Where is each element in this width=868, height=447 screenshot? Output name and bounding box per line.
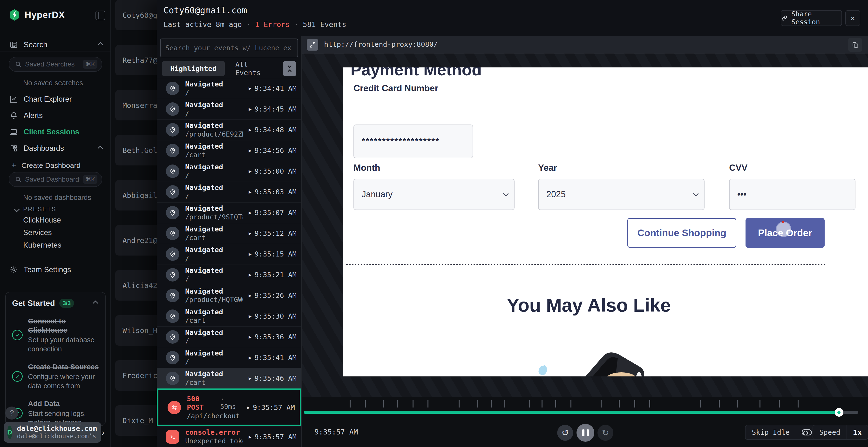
timeline-tick xyxy=(504,400,505,408)
play-marker-icon[interactable]: ▶ xyxy=(249,106,251,112)
expand-button[interactable] xyxy=(307,39,318,50)
event-row[interactable]: console.error Unexpected token 'I'… ▶ 9:… xyxy=(157,426,301,447)
event-count: 581 Events xyxy=(303,20,346,29)
saved-dashboards-input[interactable]: ⌘K xyxy=(9,172,102,187)
copy-url-button[interactable] xyxy=(848,38,862,52)
share-session-button[interactable]: Share Session xyxy=(781,10,842,26)
sidebar-item-team-settings[interactable]: Team Settings xyxy=(0,263,111,276)
rewind-button[interactable]: ↺ xyxy=(557,425,573,441)
play-marker-icon[interactable]: ▶ xyxy=(249,272,251,278)
chevron-up-icon[interactable] xyxy=(93,301,98,306)
event-row[interactable]: Navigated / ▶ 9:35:36 AM xyxy=(157,326,301,347)
preset-kubernetes[interactable]: Kubernetes xyxy=(23,241,61,249)
event-search-input[interactable] xyxy=(165,44,293,52)
event-row[interactable]: Navigated /product/9SIQT8TOJO ▶ 9:35:07 … xyxy=(157,202,301,223)
navigation-pin-icon xyxy=(166,165,179,178)
play-marker-icon[interactable]: ▶ xyxy=(249,355,251,360)
copy-icon xyxy=(851,41,859,49)
event-row[interactable]: Navigated / ▶ 9:35:00 AM xyxy=(157,161,301,182)
play-marker-icon[interactable]: ▶ xyxy=(247,405,250,410)
event-search-box[interactable] xyxy=(160,38,298,57)
rotate-left-icon: ↺ xyxy=(562,428,569,438)
event-row[interactable]: Navigated /cart ▶ 9:34:56 AM xyxy=(157,140,301,161)
timeline-tick xyxy=(428,400,429,408)
event-row[interactable]: Navigated / ▶ 9:35:21 AM xyxy=(157,264,301,285)
month-select[interactable]: January xyxy=(353,179,515,210)
timeline[interactable] xyxy=(316,398,854,411)
event-time: 9:35:03 AM xyxy=(254,188,297,196)
play-marker-icon[interactable]: ▶ xyxy=(249,375,251,381)
play-marker-icon[interactable]: ▶ xyxy=(249,85,251,91)
get-started-step[interactable]: Connect to ClickHouse Set up your databa… xyxy=(12,316,99,353)
event-time: 9:35:21 AM xyxy=(254,271,297,279)
event-row[interactable]: Navigated /product/HQTGWGPNH4 ▶ 9:35:26 … xyxy=(157,285,301,306)
create-dashboard-button[interactable]: + Create Dashboard xyxy=(11,161,81,170)
tab-all-events[interactable]: All Events xyxy=(225,61,283,77)
session-email: Abbigail xyxy=(123,191,157,200)
timeline-tick xyxy=(397,400,398,408)
event-path: /product/9SIQT8TOJO xyxy=(185,213,243,221)
help-button[interactable]: ? xyxy=(5,407,18,419)
event-row[interactable]: Navigated / ▶ 9:35:03 AM xyxy=(157,182,301,202)
sidebar-item-client-sessions[interactable]: Client Sessions xyxy=(0,125,111,139)
presets-label: PRESETS xyxy=(23,206,56,213)
tab-highlighted[interactable]: Highlighted xyxy=(162,61,225,76)
play-marker-icon[interactable]: ▶ xyxy=(249,334,251,340)
collapse-events-button[interactable] xyxy=(283,61,296,76)
cvv-input[interactable]: ••• xyxy=(729,179,856,210)
share-session-label: Share Session xyxy=(792,10,841,26)
chart-icon xyxy=(10,95,18,103)
event-row[interactable]: Navigated /cart ▶ 9:35:12 AM xyxy=(157,223,301,244)
play-marker-icon[interactable]: ▶ xyxy=(249,168,251,174)
events-panel: Highlighted All Events Navigated / ▶ 9:3… xyxy=(157,36,301,447)
event-row[interactable]: 500 POST · 59ms /api/checkout ▶ 9:35:57 … xyxy=(157,388,301,426)
event-row[interactable]: Navigated / ▶ 9:34:45 AM xyxy=(157,99,301,119)
event-row[interactable]: Navigated / ▶ 9:35:15 AM xyxy=(157,244,301,265)
event-row[interactable]: Navigated / ▶ 9:34:41 AM xyxy=(157,78,301,99)
event-path: / xyxy=(185,193,223,201)
sidebar-collapse-icon[interactable] xyxy=(95,10,105,20)
year-select[interactable]: 2025 xyxy=(538,179,705,210)
playback-progress-bar[interactable] xyxy=(304,411,858,414)
timeline-tick xyxy=(634,400,635,408)
speed-control[interactable]: Speed 1x xyxy=(812,425,868,440)
credit-card-input[interactable]: ******************* xyxy=(353,125,473,158)
preset-services[interactable]: Services xyxy=(23,228,52,237)
get-started-step[interactable]: Create Data Sources Configure where your… xyxy=(12,362,99,390)
presets-section-toggle[interactable]: PRESETS xyxy=(15,206,56,213)
pause-button[interactable] xyxy=(577,424,594,442)
play-marker-icon[interactable]: ▶ xyxy=(249,251,251,257)
navigation-pin-icon xyxy=(166,102,179,116)
preset-clickhouse[interactable]: ClickHouse xyxy=(23,216,61,225)
event-row[interactable]: Navigated / ▶ 9:35:41 AM xyxy=(157,347,301,368)
continue-shopping-button[interactable]: Continue Shopping xyxy=(627,218,736,248)
restart-button[interactable]: ↻ xyxy=(597,425,613,441)
app-logo[interactable]: HyperDX xyxy=(9,9,65,21)
event-row[interactable]: Navigated /cart ▶ 9:35:46 AM xyxy=(157,368,301,388)
sidebar-item-dashboards[interactable]: Dashboards xyxy=(0,142,111,155)
progress-handle[interactable] xyxy=(835,408,843,417)
saved-searches-input[interactable]: ⌘K xyxy=(9,57,102,72)
play-marker-icon[interactable]: ▶ xyxy=(249,189,251,195)
play-marker-icon[interactable]: ▶ xyxy=(249,231,251,236)
event-row[interactable]: Navigated /cart ▶ 9:35:30 AM xyxy=(157,306,301,326)
get-started-card: Get Started 3/3 Connect to ClickHouse Se… xyxy=(5,292,105,426)
skip-idle-control[interactable]: Skip Idle xyxy=(745,425,817,440)
play-marker-icon[interactable]: ▶ xyxy=(249,148,251,153)
saved-dashboards-field[interactable] xyxy=(25,176,80,183)
close-button[interactable]: ✕ xyxy=(845,10,860,26)
play-marker-icon[interactable]: ▶ xyxy=(249,434,251,440)
play-marker-icon[interactable]: ▶ xyxy=(249,313,251,319)
sidebar-item-search[interactable]: Search xyxy=(0,38,111,51)
event-title: Navigated xyxy=(185,204,223,213)
event-row[interactable]: Navigated /product/6E92ZMYYFZ ▶ 9:34:48 … xyxy=(157,119,301,140)
sidebar-item-alerts[interactable]: Alerts xyxy=(0,109,111,122)
play-marker-icon[interactable]: ▶ xyxy=(249,210,251,215)
event-title: Navigated xyxy=(185,246,223,254)
user-menu[interactable]: D dale@clickhouse.com dale@clickhouse.co… xyxy=(4,422,101,443)
sidebar-item-chart-explorer[interactable]: Chart Explorer xyxy=(0,93,111,106)
session-email: Frederic xyxy=(123,371,157,380)
play-marker-icon[interactable]: ▶ xyxy=(249,127,251,133)
saved-searches-field[interactable] xyxy=(25,61,80,68)
play-marker-icon[interactable]: ▶ xyxy=(249,293,251,299)
